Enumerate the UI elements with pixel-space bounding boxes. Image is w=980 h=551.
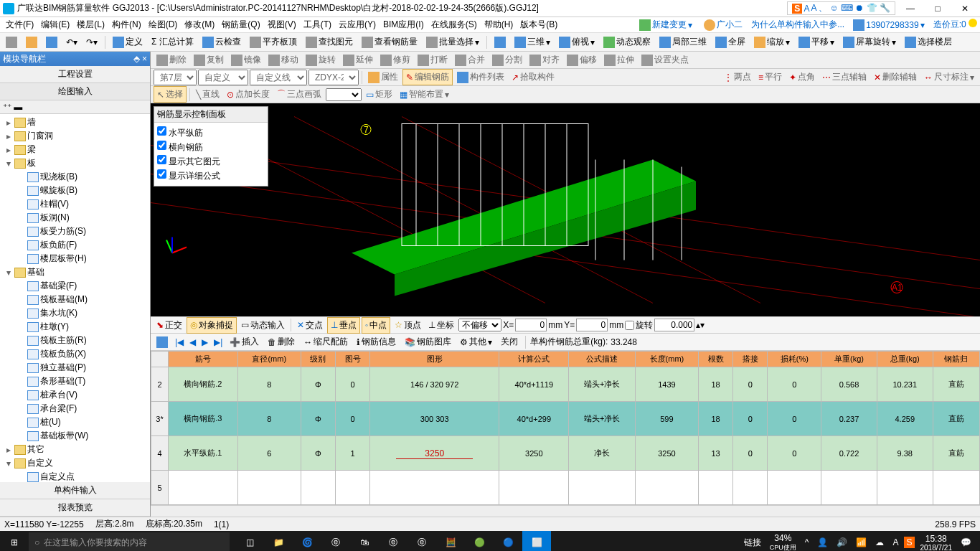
arc-option[interactable]: [326, 88, 362, 101]
clock[interactable]: 15:382018/7/21: [918, 534, 956, 552]
tray-up-icon[interactable]: ^: [802, 537, 812, 547]
tree-item[interactable]: 板洞(N): [1, 211, 149, 225]
tray-volume-icon[interactable]: 🔊: [834, 537, 850, 547]
type-select[interactable]: 自定义线: [250, 70, 307, 85]
tray-ime-icon[interactable]: S: [904, 537, 914, 548]
toggle-button[interactable]: [491, 35, 509, 50]
table-toggle[interactable]: [154, 335, 171, 349]
viewport-3d[interactable]: 7 A1 钢筋显示控制面板 水平纵筋 横向钢筋 显示其它图元 显示详细公式: [151, 103, 980, 316]
edit-合并[interactable]: 合并: [452, 52, 488, 67]
find-elem-button[interactable]: 查找图元: [303, 34, 356, 50]
snap-point-angle[interactable]: ✦点角: [786, 70, 818, 85]
tree-item[interactable]: 板负筋(F): [1, 238, 149, 252]
sidebar-close-icon[interactable]: ×: [142, 54, 147, 64]
edit-移动[interactable]: 移动: [265, 52, 301, 67]
edit-打断[interactable]: 打断: [415, 52, 451, 67]
snap-parallel[interactable]: ≡平行: [755, 70, 785, 85]
scale-rebar-button[interactable]: ↔缩尺配筋: [301, 334, 351, 349]
top-view-button[interactable]: 俯视 ▾: [556, 34, 598, 50]
panel-check[interactable]: 显示详细公式: [157, 169, 265, 183]
tree-item[interactable]: 板受力筋(S): [1, 225, 149, 238]
align-top-button[interactable]: 平齐板顶: [247, 34, 300, 50]
close-button[interactable]: ✕: [953, 1, 977, 16]
edit-偏移[interactable]: 偏移: [564, 52, 600, 67]
intersection-snap[interactable]: ✕ 交点: [294, 318, 326, 333]
nav-first[interactable]: |◀: [174, 337, 185, 347]
col-header[interactable]: 图形: [370, 352, 499, 367]
table-row[interactable]: 2横向钢筋.28Φ0146 / 320 97240*d+1119端头+净长143…: [151, 367, 980, 402]
col-header[interactable]: 筋号: [169, 352, 238, 367]
section-report-preview[interactable]: 报表预览: [0, 499, 150, 517]
nav-prev[interactable]: ◀: [188, 337, 197, 347]
menu-draw[interactable]: 绘图(D): [146, 17, 181, 32]
tree-item[interactable]: 楼层板带(H): [1, 252, 149, 265]
table-row[interactable]: 5: [151, 471, 980, 505]
app-icon-1[interactable]: 🌀: [293, 531, 321, 551]
menu-version[interactable]: 版本号(B): [517, 17, 560, 32]
menu-online[interactable]: 在线服务(S): [428, 17, 480, 32]
close-table-button[interactable]: 关闭: [498, 334, 521, 349]
tree-item[interactable]: 承台梁(F): [1, 402, 149, 415]
code-select[interactable]: ZDYX-21: [308, 70, 359, 85]
panel-check[interactable]: 横向钢筋: [157, 140, 265, 154]
open-button[interactable]: [23, 35, 40, 50]
3d-button[interactable]: 三维 ▾: [512, 34, 553, 50]
tray-people-icon[interactable]: 👤: [814, 537, 831, 547]
menu-bim[interactable]: BIM应用(I): [380, 17, 427, 32]
pick-component-button[interactable]: ↗拾取构件: [509, 70, 557, 85]
edge-icon[interactable]: ⓔ: [321, 531, 350, 551]
tree-item[interactable]: ▸梁: [1, 143, 149, 156]
tree-item[interactable]: 筏板负筋(X): [1, 347, 149, 361]
col-header[interactable]: 计算公式: [499, 352, 569, 367]
pan-button[interactable]: 平移 ▾: [796, 34, 837, 50]
y-input[interactable]: [576, 319, 608, 331]
vertex-snap[interactable]: ☆ 顶点: [392, 318, 424, 333]
app-icon-2[interactable]: 🔵: [494, 531, 522, 551]
tree-item[interactable]: 集水坑(K): [1, 306, 149, 320]
tree-item[interactable]: ▸其它: [1, 443, 149, 456]
cloud-check-button[interactable]: 云检查: [199, 34, 244, 50]
user-button[interactable]: 广小二: [701, 17, 745, 32]
insert-row-button[interactable]: ➕插入: [227, 334, 262, 349]
360-icon[interactable]: 🟢: [465, 531, 494, 551]
line-tool[interactable]: ╲ 直线: [193, 87, 222, 102]
link-status[interactable]: 链接: [741, 537, 764, 549]
select-floor-button[interactable]: 选择楼层: [902, 34, 955, 50]
tree-item[interactable]: ▸墙: [1, 116, 149, 129]
menu-file[interactable]: 文件(F): [3, 17, 37, 32]
col-header[interactable]: 总重(kg): [877, 352, 933, 367]
pin-icon[interactable]: ⬘: [133, 54, 140, 64]
edit-拉伸[interactable]: 拉伸: [601, 52, 637, 67]
sidebar-tabs[interactable]: ⁺⁺ ▬: [0, 100, 150, 114]
arc-tool[interactable]: ⌒ 三点画弧: [274, 87, 324, 102]
tree-item[interactable]: ▾基础: [1, 265, 149, 279]
tray-onedrive-icon[interactable]: ☁: [872, 537, 887, 547]
screen-rotate-button[interactable]: 屏幕旋转 ▾: [840, 34, 899, 50]
cortana-search[interactable]: ○ 在这里输入你要搜索的内容: [29, 532, 230, 551]
store-icon[interactable]: 🛍: [350, 531, 379, 551]
ime-toolbar[interactable]: S A A 、 ☺ ⌨ ⏺ 👕 🔧: [787, 1, 895, 15]
ortho-button[interactable]: ⬊ 正交: [154, 318, 185, 333]
perpendicular-snap[interactable]: ⊥ 垂点: [327, 317, 360, 334]
tree-item[interactable]: 自定义点: [1, 470, 149, 482]
maximize-button[interactable]: □: [925, 1, 950, 16]
snap-three-axis[interactable]: ⋯三点辅轴: [819, 70, 870, 85]
ie-icon[interactable]: ⓔ: [407, 531, 436, 551]
edit-旋转[interactable]: 旋转: [303, 52, 339, 67]
notification-icon[interactable]: 💬: [958, 537, 974, 547]
tree-item[interactable]: 独立基础(P): [1, 361, 149, 375]
tree-item[interactable]: 桩(U): [1, 415, 149, 429]
menu-cloud[interactable]: 云应用(Y): [336, 17, 379, 32]
edge2-icon[interactable]: ⓔ: [379, 531, 407, 551]
fullscreen-button[interactable]: 全屏: [712, 34, 748, 50]
other-button[interactable]: ⚙其他 ▾: [457, 334, 495, 349]
table-row[interactable]: 4水平纵筋.16Φ132503250净长325013000.7229.38直筋: [151, 436, 980, 471]
tray-a-icon[interactable]: A: [890, 537, 901, 547]
edit-镜像[interactable]: 镜像: [228, 52, 264, 67]
rect-tool[interactable]: ▭ 矩形: [363, 87, 395, 102]
nav-next[interactable]: ▶: [200, 337, 209, 347]
view-rebar-button[interactable]: 查看钢筋量: [359, 34, 420, 50]
start-button[interactable]: ⊞: [0, 531, 29, 551]
section-project-settings[interactable]: 工程设置: [0, 66, 150, 83]
task-view-icon[interactable]: ◫: [235, 531, 264, 551]
